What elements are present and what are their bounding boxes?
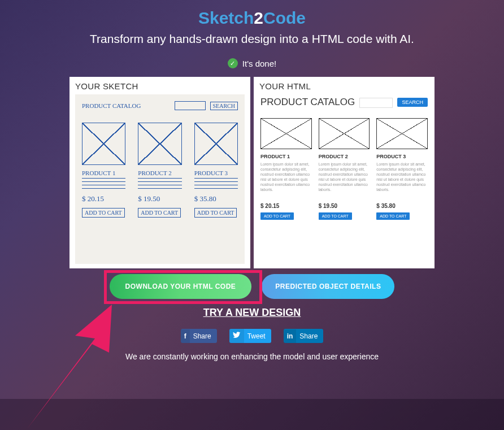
html-product-price: $ 35.80 <box>376 203 428 209</box>
html-catalog-label: PRODUCT CATALOG <box>260 97 355 108</box>
html-search-button: SEARCH <box>397 98 428 107</box>
html-image-placeholder <box>376 118 428 149</box>
bottom-bar <box>0 399 504 430</box>
sketch-search-box <box>175 101 206 110</box>
sketch-product-3: PRODUCT 3 $ 35.80 ADD TO CART <box>194 123 238 218</box>
predicted-details-button[interactable]: PREDICTED OBJECT DETAILS <box>262 274 394 299</box>
html-product-name: PRODUCT 3 <box>376 154 428 159</box>
sketch-panel: YOUR SKETCH PRODUCT CATALOG SEARCH PRODU… <box>69 77 250 268</box>
twitter-tweet-button[interactable]: Tweet <box>229 329 271 343</box>
download-html-button[interactable]: DOWNLOAD YOUR HTML CODE <box>110 274 252 299</box>
page-title: Sketch2Code <box>0 8 504 28</box>
html-product-name: PRODUCT 1 <box>260 154 312 159</box>
sketch-image-placeholder <box>138 123 181 165</box>
html-add-cart: ADD TO CART <box>260 212 294 220</box>
sketch-product-1: PRODUCT 1 $ 20.15 ADD TO CART <box>82 123 125 218</box>
sketch-product-price: $ 35.80 <box>194 194 238 203</box>
title-part-2: 2 <box>254 8 263 27</box>
sketch-add-cart: ADD TO CART <box>82 208 125 218</box>
sketch-product-name: PRODUCT 1 <box>82 170 125 179</box>
html-product-desc: Lorem ipsum dolor sit amet, consectetur … <box>376 162 428 193</box>
sketch-product-2: PRODUCT 2 $ 19.50 ADD TO CART <box>138 123 181 218</box>
twitter-tweet-label: Tweet <box>244 329 271 343</box>
footer-text: We are constantly working on enhancing t… <box>0 352 504 361</box>
sketch-product-price: $ 20.15 <box>82 194 125 203</box>
facebook-icon: f <box>181 329 190 343</box>
html-product-2: PRODUCT 2 Lorem ipsum dolor sit amet, co… <box>319 118 370 220</box>
sketch-image: PRODUCT CATALOG SEARCH PRODUCT 1 $ 20.15… <box>75 94 245 264</box>
status-text: It's done! <box>242 59 276 68</box>
page-subtitle: Transform any hands-drawn design into a … <box>0 32 504 46</box>
html-product-price: $ 19.50 <box>319 203 370 209</box>
facebook-share-label: Share <box>190 329 217 343</box>
html-add-cart: ADD TO CART <box>376 212 410 220</box>
sketch-add-cart: ADD TO CART <box>194 208 237 218</box>
html-product-desc: Lorem ipsum dolor sit amet, consectetur … <box>260 162 312 193</box>
check-icon: ✓ <box>228 58 238 68</box>
html-product-1: PRODUCT 1 Lorem ipsum dolor sit amet, co… <box>260 118 312 220</box>
sketch-product-price: $ 19.50 <box>138 194 181 203</box>
sketch-image-placeholder <box>194 123 238 165</box>
html-image-placeholder <box>319 118 370 149</box>
title-part-sketch: Sketch <box>198 8 254 27</box>
html-product-price: $ 20.15 <box>260 203 312 209</box>
facebook-share-button[interactable]: f Share <box>181 329 217 343</box>
html-panel-title: YOUR HTML <box>259 81 429 91</box>
linkedin-icon: in <box>284 329 297 343</box>
html-add-cart: ADD TO CART <box>319 212 352 220</box>
html-product-desc: Lorem ipsum dolor sit amet, consectetur … <box>319 162 370 193</box>
html-product-name: PRODUCT 2 <box>319 154 370 159</box>
sketch-image-placeholder <box>82 123 125 165</box>
html-panel: YOUR HTML PRODUCT CATALOG SEARCH PRODUCT… <box>254 77 435 268</box>
sketch-catalog-label: PRODUCT CATALOG <box>82 102 170 109</box>
title-part-code: Code <box>263 8 306 27</box>
sketch-product-name: PRODUCT 2 <box>138 170 181 179</box>
try-new-design-link[interactable]: TRY A NEW DESIGN <box>203 307 301 319</box>
sketch-panel-title: YOUR SKETCH <box>75 81 245 91</box>
sketch-add-cart: ADD TO CART <box>138 208 181 218</box>
html-search-input <box>359 98 393 108</box>
linkedin-share-label: Share <box>296 329 323 343</box>
sketch-product-name: PRODUCT 3 <box>194 170 238 179</box>
html-image-placeholder <box>260 118 312 149</box>
twitter-icon <box>229 329 244 343</box>
sketch-search-button: SEARCH <box>210 102 238 110</box>
linkedin-share-button[interactable]: in Share <box>284 329 324 343</box>
status-bar: ✓ It's done! <box>0 58 504 68</box>
html-product-3: PRODUCT 3 Lorem ipsum dolor sit amet, co… <box>376 118 428 220</box>
